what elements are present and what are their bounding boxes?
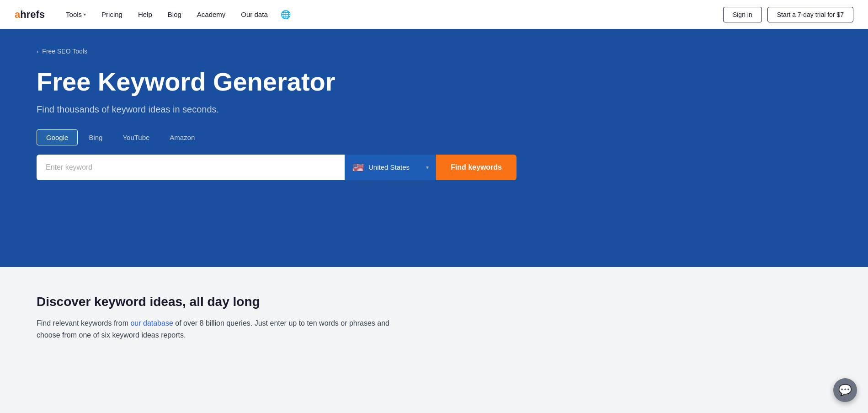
- nav-pricing[interactable]: Pricing: [95, 7, 129, 22]
- country-selector[interactable]: 🇺🇸 United States ▾: [345, 155, 436, 180]
- breadcrumb: ‹ Free SEO Tools: [37, 48, 831, 55]
- lower-title: Discover keyword ideas, all day long: [37, 295, 831, 309]
- hero-subtitle: Find thousands of keyword ideas in secon…: [37, 104, 831, 115]
- logo-a: a: [15, 9, 20, 20]
- nav-blog[interactable]: Blog: [161, 7, 188, 22]
- nav-help[interactable]: Help: [132, 7, 159, 22]
- nav-tools[interactable]: Tools ▾: [59, 7, 92, 22]
- search-engine-tabs: Google Bing YouTube Amazon: [37, 129, 831, 145]
- country-name: United States: [368, 163, 421, 171]
- chevron-down-icon: ▾: [84, 12, 86, 17]
- tab-google[interactable]: Google: [37, 129, 78, 145]
- signin-button[interactable]: Sign in: [723, 7, 762, 22]
- select-chevron-icon: ▾: [426, 164, 429, 171]
- nav-actions: Sign in Start a 7-day trial for $7: [723, 7, 853, 22]
- lower-section: Discover keyword ideas, all day long Fin…: [0, 267, 868, 413]
- nav-academy-label: Academy: [197, 11, 226, 18]
- nav-help-label: Help: [138, 11, 152, 18]
- nav-academy[interactable]: Academy: [191, 7, 232, 22]
- tab-amazon[interactable]: Amazon: [160, 129, 204, 145]
- find-keywords-button[interactable]: Find keywords: [436, 155, 517, 180]
- tab-youtube[interactable]: YouTube: [113, 129, 159, 145]
- trial-button[interactable]: Start a 7-day trial for $7: [767, 7, 853, 22]
- logo[interactable]: ahrefs: [15, 9, 45, 21]
- search-input[interactable]: [37, 155, 345, 180]
- nav-blog-label: Blog: [168, 11, 181, 18]
- chat-bubble-button[interactable]: 💬: [833, 378, 857, 402]
- search-bar: 🇺🇸 United States ▾ Find keywords: [37, 155, 517, 180]
- nav-our-data[interactable]: Our data: [234, 7, 274, 22]
- navbar: ahrefs Tools ▾ Pricing Help Blog Academy…: [0, 0, 868, 29]
- country-flag: 🇺🇸: [352, 162, 364, 173]
- tab-bing[interactable]: Bing: [80, 129, 112, 145]
- breadcrumb-link[interactable]: Free SEO Tools: [42, 48, 87, 55]
- logo-hrefs: hrefs: [20, 9, 45, 20]
- nav-pricing-label: Pricing: [101, 11, 122, 18]
- hero-section: ‹ Free SEO Tools Free Keyword Generator …: [0, 29, 868, 267]
- nav-our-data-label: Our data: [241, 11, 267, 18]
- chevron-left-icon: ‹: [37, 48, 38, 55]
- nav-tools-label: Tools: [66, 11, 82, 18]
- page-title: Free Keyword Generator: [37, 68, 831, 96]
- lower-desc-before: Find relevant keywords from: [37, 319, 130, 327]
- lower-description: Find relevant keywords from our database…: [37, 317, 402, 341]
- globe-icon[interactable]: 🌐: [277, 6, 294, 23]
- nav-links: Tools ▾ Pricing Help Blog Academy Our da…: [59, 6, 723, 23]
- lower-desc-link[interactable]: our database: [130, 319, 173, 327]
- chat-icon: 💬: [838, 384, 852, 397]
